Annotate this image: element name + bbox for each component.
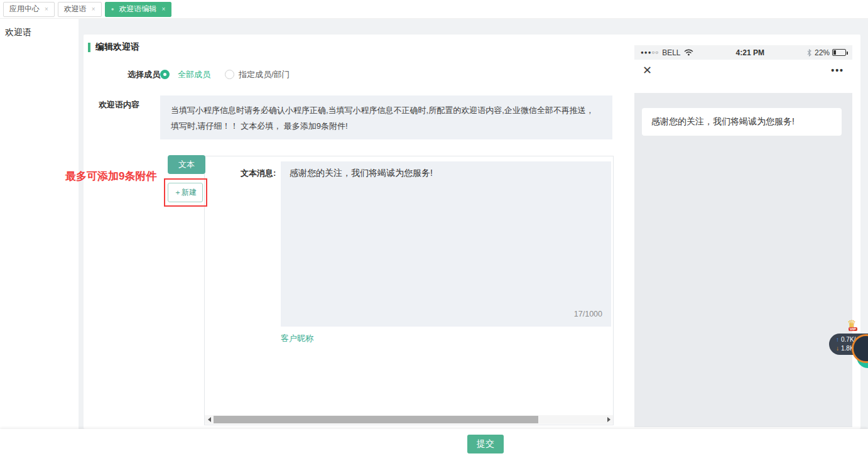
radio-all-members[interactable] (160, 70, 170, 79)
vip-badge: VIP (849, 327, 857, 331)
phone-more-menu-icon[interactable]: ••• (831, 65, 844, 75)
phone-nav-bar: ✕ ••• (634, 60, 852, 93)
scroll-left-arrow-icon[interactable] (205, 415, 214, 424)
download-arrow-icon: ↓ (836, 344, 839, 353)
text-attachment-tab[interactable]: 文本 (168, 155, 205, 174)
sidebar-item-welcome[interactable]: 欢迎语 (0, 19, 79, 38)
radio-all-members-label[interactable]: 全部成员 (178, 69, 210, 80)
customer-nickname-link[interactable]: 客户昵称 (281, 333, 313, 344)
content-label: 欢迎语内容 (99, 99, 139, 111)
active-dot-icon: ● (111, 6, 114, 12)
section-header: 编辑欢迎语 (88, 41, 139, 53)
tab-app-center[interactable]: 应用中心 × (3, 2, 55, 17)
tab-label: 欢迎语编辑 (119, 4, 157, 14)
notice-line-2: 填写时,请仔细！！ 文本必填， 最多添加9条附件! (171, 118, 602, 134)
notice-line-1: 当填写小程序信息时请务必确认小程序正确,当填写小程序信息不正确时,所配置的欢迎语… (171, 102, 602, 118)
battery-icon (832, 49, 846, 56)
wifi-icon (684, 49, 693, 56)
char-counter: 17/1000 (574, 310, 602, 318)
bluetooth-icon (807, 49, 811, 57)
horizontal-scrollbar[interactable] (205, 415, 613, 424)
text-message-label: 文本消息: (241, 168, 276, 179)
max-attachments-annotation: 最多可添加9条附件 (65, 169, 156, 183)
close-icon[interactable]: × (92, 6, 95, 13)
radio-specified-members[interactable] (225, 70, 234, 79)
tab-label: 欢迎语 (64, 4, 87, 14)
carrier-label: BELL (662, 48, 680, 57)
battery-percent: 22% (815, 48, 830, 57)
scrollbar-thumb[interactable] (214, 416, 538, 423)
add-new-attachment-button[interactable]: ＋新建 (168, 183, 203, 202)
message-textarea[interactable]: 感谢您的关注，我们将竭诚为您服务! 17/1000 (281, 161, 611, 327)
radio-specified-members-label[interactable]: 指定成员/部门 (239, 69, 290, 80)
close-icon[interactable]: × (45, 6, 48, 13)
signal-dots-icon: ●●●○○ (641, 50, 659, 55)
upload-arrow-icon: ↑ (836, 335, 839, 344)
phone-status-bar: ●●●○○ BELL 4:21 PM 22% (634, 45, 852, 60)
tab-welcome-edit-active[interactable]: ● 欢迎语编辑 × (105, 2, 172, 17)
tab-label: 应用中心 (9, 4, 40, 14)
page-title: 编辑欢迎语 (95, 41, 139, 53)
phone-chat-body: 感谢您的关注，我们将竭诚为您服务! (634, 93, 852, 427)
scroll-right-arrow-icon[interactable] (604, 415, 613, 424)
phone-time: 4:21 PM (693, 48, 807, 57)
close-icon[interactable]: × (162, 6, 166, 13)
scrollbar-track[interactable] (214, 415, 604, 424)
member-select-label: 选择成员 (127, 69, 160, 80)
app-window: 应用中心 × 欢迎语 × ● 欢迎语编辑 × 欢迎语 编辑欢迎语 选择成员 全部… (0, 0, 868, 456)
footer-bar: 提交 (0, 429, 868, 456)
notice-box: 当填写小程序信息时请务必确认小程序正确,当填写小程序信息不正确时,所配置的欢迎语… (160, 95, 612, 139)
submit-button[interactable]: 提交 (467, 435, 504, 453)
welcome-message-bubble: 感谢您的关注，我们将竭诚为您服务! (642, 108, 842, 136)
tab-welcome[interactable]: 欢迎语 × (58, 2, 102, 17)
phone-close-x-icon[interactable]: ✕ (643, 63, 652, 77)
sidebar: 欢迎语 (0, 19, 79, 456)
tab-bar: 应用中心 × 欢迎语 × ● 欢迎语编辑 × (0, 0, 868, 19)
message-value: 感谢您的关注，我们将竭诚为您服务! (290, 168, 433, 178)
section-accent-bar (88, 43, 90, 52)
